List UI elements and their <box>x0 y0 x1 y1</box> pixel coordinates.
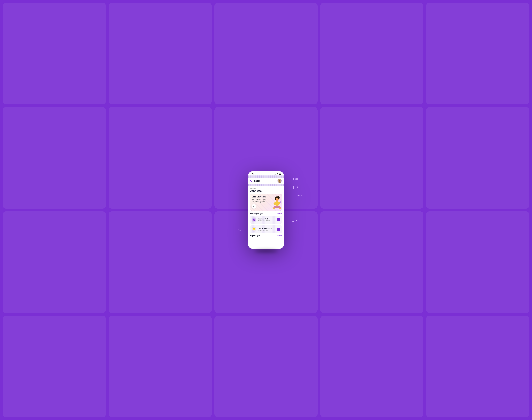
aptitude-icon <box>252 217 256 222</box>
aptitude-test-card[interactable]: Aptitude Test Measure your abilities → <box>250 216 282 224</box>
logo-text: uizzer <box>254 180 260 182</box>
avatar[interactable] <box>277 179 282 183</box>
logo: Q uizzer <box>250 179 260 183</box>
spacing-bar-top-1 <box>248 176 284 178</box>
logical-icon <box>252 227 256 232</box>
phone-mockup: 9:41 <box>248 171 284 249</box>
quiz-type-title: Select Quiz Type <box>250 213 263 215</box>
popular-quiz-section-header: Popular Quiz View All <box>248 235 284 237</box>
popular-quiz-view-all[interactable]: View All <box>277 235 282 237</box>
time: 9:41 <box>251 173 254 175</box>
phone-screen: 9:41 <box>248 171 284 249</box>
quiz-type-view-all[interactable]: View All <box>277 213 282 214</box>
signal-icon <box>274 173 276 175</box>
aptitude-subtitle: Measure your abilities <box>258 220 276 221</box>
svg-rect-25 <box>252 218 256 221</box>
aptitude-arrow[interactable]: → <box>277 218 280 221</box>
popular-quiz-title: Popular Quiz <box>250 235 260 237</box>
scene: 9:41 <box>248 171 284 249</box>
logical-content: Logical Reasoning Sharpen your mind <box>258 227 276 231</box>
svg-point-31 <box>253 228 255 230</box>
aptitude-content: Aptitude Test Measure your abilities <box>258 218 276 221</box>
logo-q: Q <box>250 179 253 183</box>
svg-rect-26 <box>253 219 254 220</box>
hero-subtitle: Play, Learn and Explore with Exciting Qu… <box>252 199 268 203</box>
welcome-name: John Deo! <box>250 190 282 193</box>
aptitude-title: Aptitude Test <box>258 218 276 220</box>
logical-title: Logical Reasoning <box>258 227 276 229</box>
annotation-24-1: 24 <box>293 178 298 180</box>
app-header: Q uizzer <box>248 178 284 184</box>
logical-subtitle: Sharpen your mind <box>258 230 276 231</box>
svg-point-22 <box>278 199 278 199</box>
status-bar: 9:41 <box>248 171 284 176</box>
annotation-14-bottom: 14 <box>236 228 241 231</box>
welcome-section: Welcome John Deo! <box>248 186 284 194</box>
spacing-bar-top-2 <box>248 184 284 186</box>
quiz-type-section-header: Select Quiz Type View All <box>248 212 284 216</box>
battery-icon <box>279 173 281 175</box>
svg-rect-33 <box>254 230 254 231</box>
svg-rect-29 <box>254 220 255 221</box>
svg-point-21 <box>276 199 277 199</box>
svg-point-17 <box>273 208 275 209</box>
phone-shadow <box>255 250 277 252</box>
welcome-greeting: Welcome <box>250 188 282 190</box>
annotation-24-2: 24 <box>293 186 298 189</box>
logical-arrow[interactable]: → <box>277 228 280 231</box>
status-icons <box>274 173 281 175</box>
svg-text:Q: Q <box>250 179 252 182</box>
annotation-150: 150px <box>295 194 303 197</box>
svg-rect-32 <box>254 230 254 230</box>
svg-point-18 <box>279 208 281 209</box>
hero-arrow-button[interactable]: → <box>252 204 256 209</box>
hero-banner: Let's Start Now! Play, Learn and Explore… <box>250 194 282 211</box>
svg-rect-27 <box>254 219 255 220</box>
svg-point-5 <box>279 180 280 181</box>
svg-rect-28 <box>253 220 254 221</box>
svg-rect-8 <box>275 197 276 200</box>
wifi-icon <box>277 173 278 175</box>
svg-rect-24 <box>280 201 281 203</box>
logical-reasoning-card[interactable]: Logical Reasoning Sharpen your mind → <box>250 225 282 233</box>
annotation-14-top: 14 <box>292 219 297 222</box>
hero-figure <box>269 196 282 210</box>
